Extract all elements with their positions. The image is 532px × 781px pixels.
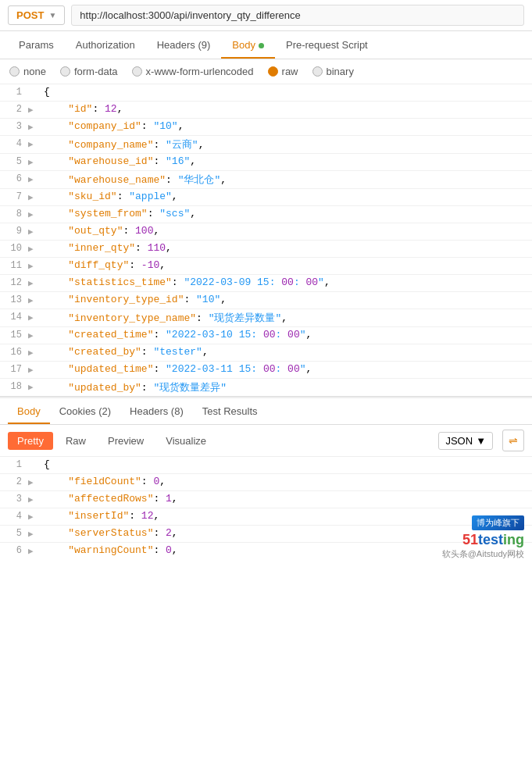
tab-pre-request[interactable]: Pre-request Script — [275, 31, 379, 59]
line-arrow-icon: ▶ — [28, 526, 41, 539]
tab-headers[interactable]: Headers (9) — [146, 31, 222, 59]
code-line: 8▶ "system_from": "scs", — [0, 206, 532, 223]
line-number: 13 — [0, 292, 28, 307]
resp-tab-test-results[interactable]: Test Results — [193, 398, 267, 424]
line-number: 8 — [0, 206, 28, 221]
radio-urlencoded[interactable]: x-www-form-urlencoded — [132, 66, 254, 77]
code-line: 2▶ "id": 12, — [0, 102, 532, 119]
line-content: "inventory_type_name": "现货差异数量", — [41, 309, 532, 326]
code-line: 7▶ "sku_id": "apple", — [0, 189, 532, 206]
line-arrow-icon: ▶ — [28, 474, 41, 487]
radio-raw-circle — [268, 66, 278, 77]
url-input[interactable] — [71, 5, 524, 26]
code-line: 3▶ "company_id": "10", — [0, 119, 532, 136]
line-content: "sku_id": "apple", — [41, 189, 532, 204]
line-arrow-icon: ▶ — [28, 258, 41, 271]
code-line: 18▶ "updated_by": "现货数量差异" — [0, 379, 532, 396]
code-line: 4▶ "company_name": "云商", — [0, 136, 532, 154]
radio-raw[interactable]: raw — [268, 66, 298, 77]
tab-body[interactable]: Body — [221, 31, 275, 59]
line-number: 2 — [0, 474, 28, 489]
line-arrow-icon: ▶ — [28, 344, 41, 358]
line-content: "created_by": "tester", — [41, 344, 532, 359]
resp-tab-cookies[interactable]: Cookies (2) — [50, 398, 120, 424]
radio-form-data[interactable]: form-data — [60, 66, 118, 77]
line-number: 1 — [0, 457, 28, 472]
code-line: 1{ — [0, 457, 532, 474]
line-content: "system_from": "scs", — [41, 206, 532, 221]
response-area: 1{2▶ "fieldCount": 0,3▶ "affectedRows": … — [0, 457, 532, 568]
line-arrow-icon: ▶ — [28, 292, 41, 305]
response-tabs-row: Body Cookies (2) Headers (8) Test Result… — [0, 397, 532, 425]
code-line: 15▶ "created_time": "2022-03-10 15: 00: … — [0, 327, 532, 344]
line-number: 9 — [0, 223, 28, 238]
line-content: "out_qty": 100, — [41, 223, 532, 238]
line-content: "inventory_type_id": "10", — [41, 292, 532, 307]
json-type-select[interactable]: JSON ▼ — [438, 432, 493, 450]
code-line: 13▶ "inventory_type_id": "10", — [0, 292, 532, 309]
radio-none-circle — [9, 66, 20, 77]
fmt-pretty[interactable]: Pretty — [8, 432, 53, 450]
line-arrow-icon: ▶ — [28, 543, 41, 556]
radio-binary[interactable]: binary — [312, 66, 354, 77]
code-line: 6▶ "warningCount": 0, — [0, 543, 532, 560]
line-arrow-icon: ▶ — [28, 189, 41, 202]
line-content: "company_id": "10", — [41, 119, 532, 134]
url-bar: POST ▼ — [0, 0, 532, 31]
line-number: 3 — [0, 119, 28, 134]
line-number: 2 — [0, 102, 28, 116]
wrap-button[interactable]: ⇌ — [502, 430, 524, 451]
json-chevron-icon: ▼ — [476, 435, 486, 447]
line-arrow-icon: ▶ — [28, 309, 41, 323]
line-arrow-icon: ▶ — [28, 102, 41, 115]
line-number: 5 — [0, 154, 28, 169]
method-badge[interactable]: POST ▼ — [8, 5, 65, 25]
line-arrow-icon: ▶ — [28, 241, 41, 254]
line-content: "statistics_time": "2022-03-09 15: 00: 0… — [41, 275, 532, 290]
code-line: 16▶ "created_by": "tester", — [0, 344, 532, 362]
line-content: "id": 12, — [41, 102, 532, 116]
line-number: 5 — [0, 526, 28, 540]
line-content: "updated_time": "2022-03-11 15: 00: 00", — [41, 362, 532, 376]
resp-tab-body[interactable]: Body — [8, 398, 50, 424]
request-tabs: Params Authorization Headers (9) Body Pr… — [0, 31, 532, 59]
line-content: "serverStatus": 2, — [41, 526, 532, 540]
radio-none[interactable]: none — [9, 66, 46, 77]
radio-form-data-circle — [60, 66, 70, 77]
line-content: { — [41, 84, 532, 99]
line-content: "affectedRows": 1, — [41, 491, 532, 506]
code-line: 11▶ "diff_qty": -10, — [0, 258, 532, 275]
fmt-visualize[interactable]: Visualize — [156, 432, 216, 450]
code-line: 6▶ "warehouse_name": "华北仓", — [0, 171, 532, 189]
line-content: "fieldCount": 0, — [41, 474, 532, 489]
tab-authorization[interactable]: Authorization — [65, 31, 146, 59]
code-line: 5▶ "warehouse_id": "16", — [0, 154, 532, 171]
line-number: 11 — [0, 258, 28, 273]
line-arrow-icon: ▶ — [28, 362, 41, 375]
line-arrow-icon: ▶ — [28, 275, 41, 288]
line-number: 6 — [0, 171, 28, 186]
resp-tab-headers[interactable]: Headers (8) — [120, 398, 193, 424]
fmt-raw[interactable]: Raw — [56, 432, 95, 450]
line-content: { — [41, 457, 532, 472]
request-code-editor[interactable]: 1{2▶ "id": 12,3▶ "company_id": "10",4▶ "… — [0, 84, 532, 397]
radio-binary-circle — [312, 66, 323, 77]
fmt-preview[interactable]: Preview — [98, 432, 153, 450]
line-arrow-icon: ▶ — [28, 171, 41, 184]
line-number: 16 — [0, 344, 28, 359]
line-content: "diff_qty": -10, — [41, 258, 532, 273]
code-line: 14▶ "inventory_type_name": "现货差异数量", — [0, 309, 532, 327]
line-arrow-icon: ▶ — [28, 379, 41, 392]
line-arrow-icon: ▶ — [28, 136, 41, 149]
code-line: 9▶ "out_qty": 100, — [0, 223, 532, 241]
code-line: 10▶ "inner_qty": 110, — [0, 241, 532, 258]
tab-params[interactable]: Params — [8, 31, 65, 59]
line-arrow-icon — [28, 457, 41, 460]
code-line: 3▶ "affectedRows": 1, — [0, 491, 532, 508]
line-content: "warehouse_id": "16", — [41, 154, 532, 169]
line-arrow-icon: ▶ — [28, 508, 41, 522]
line-number: 1 — [0, 84, 28, 99]
line-number: 17 — [0, 362, 28, 376]
line-number: 3 — [0, 491, 28, 506]
response-code-editor[interactable]: 1{2▶ "fieldCount": 0,3▶ "affectedRows": … — [0, 457, 532, 568]
